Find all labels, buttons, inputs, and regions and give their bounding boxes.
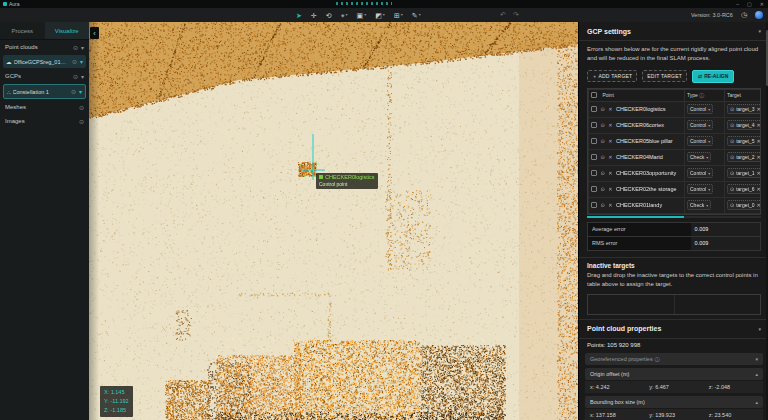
georeferenced-properties-bar[interactable]: Georeferenced properties ⓘ ▾ xyxy=(585,353,763,365)
visibility-icon[interactable]: ⊙ xyxy=(601,170,605,176)
visibility-icon[interactable]: ⊙ xyxy=(601,106,605,112)
gcp-table-row[interactable]: ⊙ ✕ CHECKER01landy Check ▾ ⊙ target_0 ✕ … xyxy=(589,197,762,213)
chevron-down-icon[interactable]: ▾ xyxy=(419,13,421,17)
sidebar-collapse-button[interactable]: ‹ xyxy=(90,27,99,39)
select-all-checkbox[interactable] xyxy=(591,92,597,98)
type-dropdown[interactable]: Control ▾ xyxy=(687,120,713,130)
section-point-clouds[interactable]: Point clouds ⊙ ▾ xyxy=(0,40,89,54)
chevron-down-icon[interactable]: ▾ xyxy=(346,13,348,17)
row-checkbox[interactable] xyxy=(591,154,597,160)
chevron-down-icon[interactable]: ▾ xyxy=(755,356,758,362)
chevron-down-icon[interactable]: ▾ xyxy=(79,88,82,95)
visibility-icon[interactable]: ⊙ xyxy=(73,73,78,80)
orbit-tool[interactable]: ⟲ xyxy=(326,12,332,19)
minimize-button[interactable]: – xyxy=(736,1,739,7)
chevron-down-icon[interactable]: ▾ xyxy=(80,58,83,65)
sidebar-item-constellation[interactable]: ∴ Constellation 1 ⊙ ▾ xyxy=(3,84,86,99)
section-gcps[interactable]: GCPs ⊙ ▾ xyxy=(0,69,89,83)
select-tool[interactable]: ➤ xyxy=(296,12,302,19)
target-chip[interactable]: ⊙ target_5 ✕ xyxy=(727,136,761,146)
sidebar-item-point-cloud[interactable]: ☁ OfficeGCPSreg_01_lart... ⊙ ▾ xyxy=(3,55,86,68)
undo-icon[interactable]: ↶ xyxy=(500,11,506,19)
pan-tool[interactable]: ✛ xyxy=(311,12,317,19)
chevron-down-icon[interactable]: ▾ xyxy=(383,13,385,17)
render-mode-tool[interactable]: ◩▾ xyxy=(375,12,385,19)
delete-point-icon[interactable]: ✕ xyxy=(608,202,612,208)
delete-point-icon[interactable]: ✕ xyxy=(608,186,612,192)
grid-tool[interactable]: ⊞▾ xyxy=(394,12,403,19)
bounding-box-bar[interactable]: Bounding box size (m) ▴ xyxy=(585,396,763,408)
row-checkbox[interactable] xyxy=(591,186,597,192)
chevron-up-icon[interactable]: ▴ xyxy=(755,371,758,377)
type-dropdown[interactable]: Control ▾ xyxy=(687,168,713,178)
gcp-settings-header[interactable]: GCP settings ▾ xyxy=(579,22,768,41)
target-chip[interactable]: ⊙ target_3 ✕ xyxy=(727,104,761,114)
target-chip[interactable]: ⊙ target_0 ✕ xyxy=(727,200,761,210)
row-checkbox[interactable] xyxy=(591,138,597,144)
type-dropdown[interactable]: Control ▾ xyxy=(687,136,713,146)
gcp-table-row[interactable]: ⊙ ✕ CHECKER06cortex Control ▾ ⊙ target_4… xyxy=(589,117,762,133)
tab-visualize[interactable]: Visualize xyxy=(45,22,90,39)
measure-tool[interactable]: ⌖▾ xyxy=(341,12,348,19)
type-dropdown[interactable]: Check ▾ xyxy=(687,200,711,210)
clip-box-tool[interactable]: ▣▾ xyxy=(357,12,367,19)
gcp-table-row[interactable]: ⊙ ✕ CHECKER0logistics Control ▾ ⊙ target… xyxy=(589,101,762,117)
visibility-icon[interactable]: ⊙ xyxy=(601,122,605,128)
info-icon[interactable]: ⓘ xyxy=(655,356,660,362)
visibility-icon[interactable]: ⊙ xyxy=(71,88,76,95)
account-avatar[interactable] xyxy=(755,11,763,19)
inactive-targets-dropzone[interactable] xyxy=(587,294,761,315)
delete-point-icon[interactable]: ✕ xyxy=(608,154,612,160)
chevron-up-icon[interactable]: ▴ xyxy=(755,399,758,405)
row-checkbox[interactable] xyxy=(591,170,597,176)
chevron-down-icon[interactable]: ▾ xyxy=(758,326,761,332)
target-chip[interactable]: ⊙ target_4 ✕ xyxy=(727,120,761,130)
section-meshes[interactable]: Meshes ⊙ xyxy=(0,100,89,114)
point-cloud-properties-header[interactable]: Point cloud properties ▾ xyxy=(579,320,768,339)
gcp-table-row[interactable]: ⊙ ✕ CHECKER03opportunity Control ▾ ⊙ tar… xyxy=(589,165,762,181)
redo-icon[interactable]: ↷ xyxy=(513,11,519,19)
clock-icon[interactable]: ◷ xyxy=(741,11,747,19)
point-cloud-canvas[interactable] xyxy=(89,22,578,420)
realign-button[interactable]: ⇄ RE-ALIGN xyxy=(692,70,734,83)
add-target-button[interactable]: ＋ ADD TARGET xyxy=(587,70,637,82)
annotate-tool[interactable]: ✎▾ xyxy=(412,12,421,19)
delete-point-icon[interactable]: ✕ xyxy=(608,122,612,128)
visibility-icon[interactable]: ⊙ xyxy=(73,44,78,51)
visibility-icon[interactable]: ⊙ xyxy=(601,154,605,160)
section-images[interactable]: Images ⊙ xyxy=(0,114,89,128)
visibility-icon[interactable]: ⊙ xyxy=(601,138,605,144)
visibility-icon[interactable]: ⊙ xyxy=(79,118,84,125)
visibility-icon[interactable]: ⊙ xyxy=(72,58,77,65)
chevron-down-icon[interactable]: ▾ xyxy=(401,13,403,17)
gcp-table-row[interactable]: ⊙ ✕ CHECKER02the storage Control ▾ ⊙ tar… xyxy=(589,181,762,197)
maximize-button[interactable]: ▢ xyxy=(747,1,752,7)
chevron-down-icon[interactable]: ▾ xyxy=(364,13,366,17)
table-horizontal-scrollbar[interactable] xyxy=(587,216,761,218)
chevron-down-icon[interactable]: ▾ xyxy=(758,28,761,34)
row-checkbox[interactable] xyxy=(591,202,597,208)
row-checkbox[interactable] xyxy=(591,122,597,128)
delete-point-icon[interactable]: ✕ xyxy=(608,138,612,144)
tab-process[interactable]: Process xyxy=(0,22,45,39)
chevron-down-icon[interactable]: ▾ xyxy=(81,73,84,80)
type-dropdown[interactable]: Control ▾ xyxy=(687,104,713,114)
type-dropdown[interactable]: Check ▾ xyxy=(687,152,711,162)
gcp-marker-label[interactable]: CHECKER0logistics Control point xyxy=(316,173,378,189)
gcp-table-row[interactable]: ⊙ ✕ CHECKER04Marid Check ▾ ⊙ target_2 ✕ … xyxy=(589,149,762,165)
delete-point-icon[interactable]: ✕ xyxy=(608,170,612,176)
gcp-table-row[interactable]: ⊙ ✕ CHECKER05blue pillar Control ▾ ⊙ tar… xyxy=(589,133,762,149)
visibility-icon[interactable]: ⊙ xyxy=(79,104,84,111)
info-icon[interactable]: ⓘ xyxy=(699,92,704,98)
visibility-icon[interactable]: ⊙ xyxy=(601,202,605,208)
close-button[interactable]: ✕ xyxy=(760,1,764,7)
type-dropdown[interactable]: Control ▾ xyxy=(687,184,713,194)
origin-offset-bar[interactable]: Origin offset (m) ▴ xyxy=(585,368,763,380)
chevron-down-icon[interactable]: ▾ xyxy=(81,44,84,51)
delete-point-icon[interactable]: ✕ xyxy=(608,106,612,112)
edit-target-button[interactable]: EDIT TARGET xyxy=(642,70,687,82)
row-checkbox[interactable] xyxy=(591,106,597,112)
target-chip[interactable]: ⊙ target_6 ✕ xyxy=(727,184,761,194)
visibility-icon[interactable]: ⊙ xyxy=(601,186,605,192)
target-chip[interactable]: ⊙ target_2 ✕ xyxy=(727,152,761,162)
